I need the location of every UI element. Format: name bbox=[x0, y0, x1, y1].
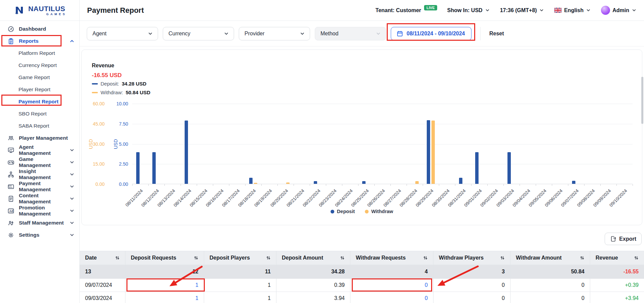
bar-group-09-03-2024 bbox=[503, 104, 520, 184]
bar-series bbox=[132, 104, 633, 184]
chevron-down-icon bbox=[586, 8, 591, 13]
deposit-bar[interactable] bbox=[427, 120, 430, 184]
sort-icon[interactable] bbox=[634, 256, 639, 260]
axis-tick bbox=[197, 184, 197, 186]
deposit-bar[interactable] bbox=[249, 178, 253, 184]
column-header-withdraw-amount[interactable]: Withdraw Amount bbox=[510, 251, 590, 265]
sidebar-item-label: Dashboard bbox=[19, 26, 75, 32]
sitemap-icon bbox=[7, 171, 14, 178]
deposit-bar[interactable] bbox=[136, 152, 140, 184]
sidebar-item-player-management[interactable]: Player Management bbox=[0, 132, 79, 144]
column-header-withdraw-players[interactable]: Withdraw Players bbox=[433, 251, 510, 265]
withdraw-bar[interactable] bbox=[286, 182, 290, 184]
sidebar-item-payment-management[interactable]: Payment Management bbox=[0, 180, 79, 193]
language-dropdown[interactable]: English bbox=[554, 7, 591, 13]
export-button[interactable]: Export bbox=[605, 233, 642, 245]
deposit-bar[interactable] bbox=[362, 181, 366, 184]
column-header-deposit-players[interactable]: Deposit Players bbox=[204, 251, 276, 265]
sidebar-subitem-sbo-report[interactable]: SBO Report bbox=[0, 108, 79, 120]
bar-chart-plot bbox=[132, 104, 633, 184]
withdraw-bar[interactable] bbox=[431, 121, 435, 184]
deposit-bar[interactable] bbox=[185, 121, 188, 184]
column-header-date[interactable]: Date bbox=[80, 251, 125, 265]
show-in-label: Show In: USD bbox=[447, 7, 483, 13]
sidebar-subitem-saba-report[interactable]: SABA Report bbox=[0, 120, 79, 132]
drill-down-link[interactable]: 1 bbox=[125, 292, 204, 303]
currency-filter-dropdown[interactable]: Currency bbox=[163, 27, 234, 40]
sidebar-item-dashboard[interactable]: Dashboard bbox=[0, 23, 79, 35]
reset-button[interactable]: Reset bbox=[489, 31, 504, 37]
table-cell: +3.94 bbox=[590, 292, 644, 303]
sidebar-menu: DashboardReportsPlatform ReportCurrency … bbox=[0, 21, 79, 241]
sidebar-item-promotion-management[interactable]: AdPromotion Management bbox=[0, 205, 79, 217]
legend-item-deposit[interactable]: Deposit bbox=[331, 209, 355, 214]
axis-tick-label: 0.00 bbox=[111, 181, 128, 187]
column-header-withdraw-requests[interactable]: Withdraw Requests bbox=[350, 251, 433, 265]
sort-icon[interactable] bbox=[266, 256, 271, 260]
withdraw-bar[interactable] bbox=[254, 183, 257, 184]
bar-group-08-25-2024 bbox=[358, 104, 374, 184]
summary-cell: 34.28 bbox=[276, 265, 350, 278]
sort-icon[interactable] bbox=[194, 256, 198, 260]
brand-logo[interactable]: NAUTILUS GAMES bbox=[0, 0, 79, 21]
drill-down-link[interactable]: 0 bbox=[350, 292, 433, 303]
sidebar-item-staff-management[interactable]: Staff Management bbox=[0, 217, 79, 229]
scrollbar-thumb[interactable] bbox=[641, 77, 643, 124]
sort-icon[interactable] bbox=[423, 256, 428, 260]
bar-group-09-10-2024 bbox=[616, 104, 633, 184]
axis-tick bbox=[584, 184, 584, 186]
sidebar-subitem-currency-report[interactable]: Currency Report bbox=[0, 59, 79, 71]
sidebar-item-game-management[interactable]: Game Management bbox=[0, 156, 79, 168]
column-header-deposit-requests[interactable]: Deposit Requests bbox=[125, 251, 204, 265]
table-cell: 09/03/2024 bbox=[80, 292, 125, 303]
drill-down-link[interactable]: 1 bbox=[125, 279, 204, 292]
sidebar-item-insight-management[interactable]: Insight Management bbox=[0, 168, 79, 180]
chevron-down-icon bbox=[539, 8, 544, 13]
drill-down-link[interactable]: 0 bbox=[350, 279, 433, 292]
table-cell: 0 bbox=[433, 279, 510, 292]
deposit-bar[interactable] bbox=[475, 152, 479, 184]
chart-legend: DepositWithdraw bbox=[82, 209, 642, 214]
sidebar-item-reports[interactable]: Reports bbox=[0, 35, 79, 47]
uk-flag-icon bbox=[554, 8, 562, 13]
show-in-dropdown[interactable]: Show In: USD bbox=[447, 7, 490, 13]
deposit-bar[interactable] bbox=[572, 181, 575, 184]
deposit-bar[interactable] bbox=[459, 178, 462, 184]
legend-item-withdraw[interactable]: Withdraw bbox=[365, 209, 393, 214]
sort-icon[interactable] bbox=[580, 256, 584, 260]
withdraw-bar[interactable] bbox=[415, 181, 419, 184]
sort-icon[interactable] bbox=[115, 256, 120, 260]
sidebar-item-agent-management[interactable]: Agent Management bbox=[0, 144, 79, 156]
date-range-picker[interactable]: 08/11/2024 - 09/10/2024 bbox=[391, 27, 471, 40]
axis-tick bbox=[148, 184, 149, 186]
chevron-down-icon bbox=[485, 8, 490, 13]
user-menu[interactable]: Admin bbox=[601, 6, 637, 15]
axis-tick-label: 15.00 bbox=[88, 161, 105, 167]
deposit-bar[interactable] bbox=[507, 152, 511, 184]
axis-tick bbox=[358, 184, 358, 186]
sidebar-subitem-payment-report[interactable]: Payment Report bbox=[0, 96, 79, 108]
sidebar-item-label: Content Management bbox=[19, 193, 65, 205]
sidebar-item-settings[interactable]: Settings bbox=[0, 229, 79, 241]
provider-filter-dropdown[interactable]: Provider bbox=[239, 27, 310, 40]
export-label: Export bbox=[619, 236, 636, 242]
tenant-indicator: Tenant: Customer LIVE bbox=[376, 7, 437, 13]
bar-group-08-21-2024 bbox=[294, 104, 310, 184]
column-header-revenue[interactable]: Revenue bbox=[590, 251, 644, 265]
date-range-value: 08/11/2024 - 09/10/2024 bbox=[407, 31, 465, 37]
revenue-total: -16.55 USD bbox=[92, 72, 122, 79]
column-header-deposit-amount[interactable]: Deposit Amount bbox=[276, 251, 350, 265]
sidebar-subitem-player-report[interactable]: Player Report bbox=[0, 83, 79, 96]
sort-icon[interactable] bbox=[500, 256, 505, 260]
sidebar-item-label: Agent Management bbox=[19, 144, 65, 156]
agent-filter-dropdown[interactable]: Agent bbox=[87, 27, 158, 40]
axis-tick bbox=[261, 184, 262, 186]
summary-legend-item: Deposit:34.28 USD bbox=[92, 81, 146, 87]
sidebar-subitem-platform-report[interactable]: Platform Report bbox=[0, 47, 79, 59]
timezone-dropdown[interactable]: 17:36 (GMT+8) bbox=[500, 7, 544, 13]
sidebar-subitem-game-report[interactable]: Game Report bbox=[0, 71, 79, 83]
deposit-bar[interactable] bbox=[152, 152, 156, 184]
sort-icon[interactable] bbox=[340, 256, 345, 260]
sidebar-item-content-management[interactable]: Content Management bbox=[0, 193, 79, 205]
deposit-bar[interactable] bbox=[314, 181, 317, 184]
